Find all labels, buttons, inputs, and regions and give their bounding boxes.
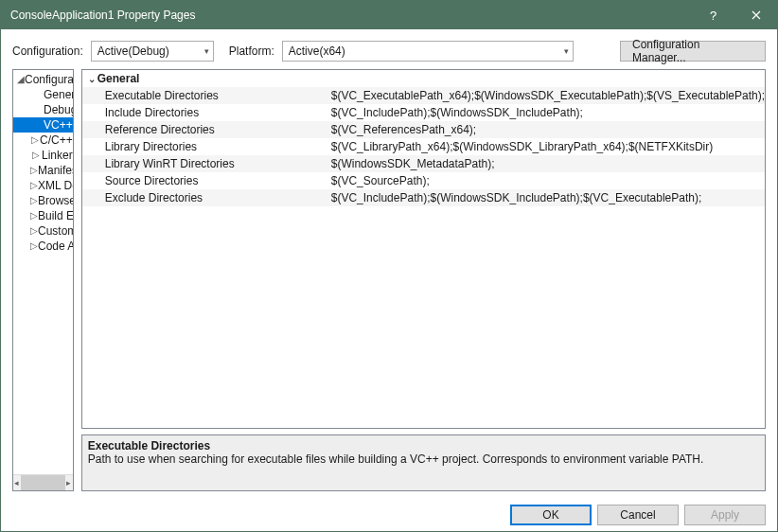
platform-combo[interactable]: Active(x64) ▾ [282,41,574,62]
config-tree[interactable]: ◢ Configuration Properties General Debug… [13,70,73,474]
tree-hscrollbar[interactable]: ◂ ▸ [13,474,73,490]
description-panel: Executable Directories Path to use when … [81,434,766,491]
main-area: ◢ Configuration Properties General Debug… [1,69,777,499]
tree-item-c-cpp[interactable]: ▷C/C++ [13,133,73,148]
window-title: ConsoleApplication1 Property Pages [10,9,692,22]
description-title: Executable Directories [88,439,759,452]
configuration-value: Active(Debug) [97,44,169,58]
tree-item-custom-build-step[interactable]: ▷Custom Build Step [13,223,73,239]
expand-icon: ▷ [30,193,38,208]
chevron-down-icon: ▾ [564,46,569,56]
platform-label: Platform: [229,44,274,58]
tree-item-xml-document-generator[interactable]: ▷XML Document Generator [13,178,73,193]
tree-item-debugging[interactable]: Debugging [13,102,73,117]
tree-panel: ◢ Configuration Properties General Debug… [12,69,74,491]
expand-icon: ▷ [30,178,38,193]
tree-item-manifest-tool[interactable]: ▷Manifest Tool [13,163,73,178]
collapse-icon: ⌄ [86,74,97,84]
config-toolbar: Configuration: Active(Debug) ▾ Platform:… [1,29,777,69]
expand-icon: ▷ [30,223,38,239]
configuration-manager-button[interactable]: Configuration Manager... [620,41,766,62]
configuration-combo[interactable]: Active(Debug) ▾ [91,41,214,62]
collapse-icon: ◢ [17,72,25,87]
dialog-footer: OK Cancel Apply [1,499,777,532]
prop-row-source-directories[interactable]: Source Directories$(VC_SourcePath); [82,172,765,189]
expand-icon: ▷ [30,163,38,178]
expand-icon: ▷ [30,133,40,148]
scroll-left-icon[interactable]: ◂ [13,475,21,491]
titlebar: ConsoleApplication1 Property Pages ? [1,1,777,29]
tree-item-linker[interactable]: ▷Linker [13,148,73,163]
prop-row-reference-directories[interactable]: Reference Directories$(VC_ReferencesPath… [82,121,765,138]
expand-icon: ▷ [30,239,38,254]
close-button[interactable] [734,1,777,29]
tree-item-browse-information[interactable]: ▷Browse Information [13,193,73,208]
prop-row-library-directories[interactable]: Library Directories$(VC_LibraryPath_x64)… [82,138,765,155]
cancel-button[interactable]: Cancel [597,505,679,525]
apply-button: Apply [684,505,766,525]
tree-item-build-events[interactable]: ▷Build Events [13,208,73,223]
help-button[interactable]: ? [692,1,734,29]
prop-row-include-directories[interactable]: Include Directories$(VC_IncludePath);$(W… [82,104,765,121]
right-column: ⌄ General Executable Directories$(VC_Exe… [81,69,766,491]
description-body: Path to use when searching for executabl… [88,452,759,467]
close-icon [751,10,761,20]
ok-button[interactable]: OK [510,505,592,525]
scroll-right-icon[interactable]: ▸ [65,475,73,491]
prop-row-library-winrt-directories[interactable]: Library WinRT Directories$(WindowsSDK_Me… [82,155,765,172]
tree-item-general[interactable]: General [13,87,73,102]
expand-icon: ▷ [30,148,42,163]
prop-row-executable-directories[interactable]: Executable Directories$(VC_ExecutablePat… [82,87,765,104]
tree-root[interactable]: ◢ Configuration Properties [13,72,73,87]
tree-item-vcpp-directories[interactable]: VC++ Directories [13,117,73,133]
tree-item-code-analysis[interactable]: ▷Code Analysis [13,239,73,254]
property-grid: ⌄ General Executable Directories$(VC_Exe… [81,69,766,429]
platform-value: Active(x64) [289,44,345,58]
configuration-label: Configuration: [12,44,83,58]
chevron-down-icon: ▾ [204,46,209,56]
category-header[interactable]: ⌄ General [82,70,765,87]
expand-icon: ▷ [30,208,38,223]
scroll-thumb[interactable] [21,475,65,491]
prop-row-exclude-directories[interactable]: Exclude Directories$(VC_IncludePath);$(W… [82,189,765,206]
